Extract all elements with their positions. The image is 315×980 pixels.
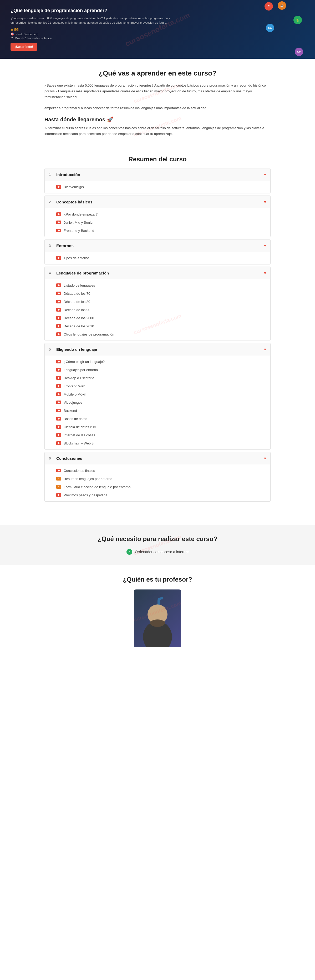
list-item: Resumen lenguajes por entorno xyxy=(45,475,270,483)
section-name-5: Eligiendo un lenguaje xyxy=(56,347,97,352)
video-icon xyxy=(56,384,61,388)
video-icon xyxy=(56,441,61,445)
item-label: ¿Cómo elegir un lenguaje? xyxy=(63,360,104,364)
item-label: Resumen lenguajes por entorno xyxy=(63,477,112,481)
tech-icon-python: 🐍 xyxy=(293,16,302,24)
section-items-3: Tipos de entorno xyxy=(45,252,270,264)
video-icon xyxy=(56,469,61,473)
item-label: Década de los 2000 xyxy=(63,316,94,320)
item-label: Internet de las cosas xyxy=(63,433,95,437)
list-item: Junior, Mid y Senior xyxy=(45,218,270,227)
section-name-3: Entornos xyxy=(56,243,74,248)
hasta-title: Hasta dónde llegaremos 🚀 xyxy=(44,116,271,123)
list-item: Ciencia de datos e IA xyxy=(45,423,270,431)
course-section-header-4[interactable]: 4 Lenguajes de programación ▾ xyxy=(45,267,270,279)
video-icon xyxy=(56,392,61,396)
item-label: ¿Por dónde empezar? xyxy=(63,212,98,216)
item-label: Próximos pasos y despedida xyxy=(63,493,107,497)
course-section-header-3[interactable]: 3 Entornos ▾ xyxy=(45,239,270,252)
course-section-3: 3 Entornos ▾ Tipos de entorno xyxy=(44,239,271,264)
list-item: Blockchain y Web 3 xyxy=(45,439,270,447)
list-item: ¿Cómo elegir un lenguaje? xyxy=(45,358,270,366)
list-item: Backend xyxy=(45,407,270,415)
svg-point-4 xyxy=(150,619,165,627)
section-num-5: 5 xyxy=(49,347,53,351)
list-item: Bases de datos xyxy=(45,415,270,423)
list-item: Tipos de entorno xyxy=(45,254,270,262)
course-section-header-6[interactable]: 6 Conclusiones ▾ xyxy=(45,452,270,465)
video-icon xyxy=(56,401,61,404)
item-label: Ciencia de datos e IA xyxy=(63,425,96,429)
video-icon xyxy=(56,291,61,295)
item-label: Conclusiones finales xyxy=(63,469,95,473)
section-header-left-1: 1 Introducción xyxy=(49,172,80,177)
video-icon xyxy=(56,433,61,437)
list-item: Próximos pasos y despedida xyxy=(45,491,270,499)
separator xyxy=(44,504,271,514)
course-section-5: 5 Eligiendo un lenguaje ▾ ¿Cómo elegir u… xyxy=(44,343,271,450)
video-icon xyxy=(56,409,61,412)
item-label: Videojuegos xyxy=(63,401,82,404)
subscribe-button[interactable]: ¡Suscríbete! xyxy=(11,43,37,51)
item-label: Desktop o Escritorio xyxy=(63,376,94,380)
list-item: Lenguajes por entorno xyxy=(45,366,270,374)
tech-icon-c: C xyxy=(264,2,273,11)
course-section-2: 2 Conceptos básicos ▾ ¿Por dónde empezar… xyxy=(44,196,271,237)
course-section-6: 6 Conclusiones ▾ Conclusiones finales Re… xyxy=(44,452,271,501)
necesito-title: ¿Qué necesito para realizar este curso? xyxy=(5,535,310,542)
item-label: Blockchain y Web 3 xyxy=(63,441,93,445)
section-name-2: Conceptos básicos xyxy=(56,200,93,204)
hasta-section: cursosenoferta.com Hasta dónde llegaremo… xyxy=(44,116,271,137)
video-icon xyxy=(56,256,61,260)
video-icon xyxy=(56,417,61,420)
hasta-text: Al terminar el curso sabrás cuales son l… xyxy=(44,125,271,137)
list-item: Listado de lenguajes xyxy=(45,281,270,290)
duration-icon: ⏱ xyxy=(11,37,13,40)
item-label: Bases de datos xyxy=(63,417,87,421)
check-symbol: ✓ xyxy=(128,550,131,554)
tech-icons-container: C ☕ 🐍 SQL C# xyxy=(173,0,315,59)
item-label: Década de los 90 xyxy=(63,308,90,312)
section-name-6: Conclusiones xyxy=(56,456,82,461)
video-icon xyxy=(56,360,61,363)
necesito-item-1: ✓ Ordenador con acceso a internet xyxy=(5,549,310,555)
tech-icon-java: ☕ xyxy=(278,1,286,10)
section-header-left-5: 5 Eligiendo un lenguaje xyxy=(49,347,97,352)
course-section-header-2[interactable]: 2 Conceptos básicos ▾ xyxy=(45,196,270,208)
hero-description: ¿Sabes que existen hasta 5.000 lenguajes… xyxy=(11,16,172,25)
profesor-section: cursosenoferta.com ¿Quién es tu profesor… xyxy=(0,565,315,658)
item-label: Década de los 2010 xyxy=(63,324,94,328)
tech-icon-mysql: SQL xyxy=(266,24,274,32)
section-items-5: ¿Cómo elegir un lenguaje? Lenguajes por … xyxy=(45,356,270,449)
section-header-left-2: 2 Conceptos básicos xyxy=(49,200,93,204)
list-item: Otros lenguajes de programación xyxy=(45,330,270,339)
item-label: Tipos de entorno xyxy=(63,256,89,260)
section-items-2: ¿Por dónde empezar? Junior, Mid y Senior… xyxy=(45,208,270,237)
video-icon xyxy=(56,212,61,216)
item-label: Junior, Mid y Senior xyxy=(63,221,93,224)
tech-icon-cpp: C# xyxy=(295,48,303,56)
video-icon xyxy=(56,283,61,287)
chevron-icon-3: ▾ xyxy=(264,243,266,248)
list-item: ¿Por dónde empezar? xyxy=(45,210,270,218)
section-num-2: 2 xyxy=(49,200,53,204)
resumen-title: Resumen del curso xyxy=(44,156,271,163)
video-icon xyxy=(56,324,61,328)
hero-rating: ★ 5/5 xyxy=(11,28,172,32)
list-item: Década de los 70 xyxy=(45,290,270,298)
chevron-icon-5: ▾ xyxy=(264,347,266,352)
chevron-icon-2: ▾ xyxy=(264,199,266,204)
video-icon xyxy=(56,376,61,380)
what-text1: ¿Sabes que existen hasta 5.000 lenguajes… xyxy=(44,83,271,100)
section-name-1: Introducción xyxy=(56,172,80,177)
hero-title: ¿Qué lenguaje de programación aprender? xyxy=(11,8,172,13)
item-label: Lenguajes por entorno xyxy=(63,368,98,372)
course-section-header-5[interactable]: 5 Eligiendo un lenguaje ▾ xyxy=(45,343,270,356)
check-icon: ✓ xyxy=(127,549,132,555)
video-icon xyxy=(56,425,61,429)
section-num-4: 4 xyxy=(49,271,53,275)
list-item: Bienvenid@s xyxy=(45,183,270,191)
video-icon xyxy=(56,185,61,189)
video-icon xyxy=(56,308,61,312)
course-section-header-1[interactable]: 1 Introducción ▾ xyxy=(45,169,270,181)
